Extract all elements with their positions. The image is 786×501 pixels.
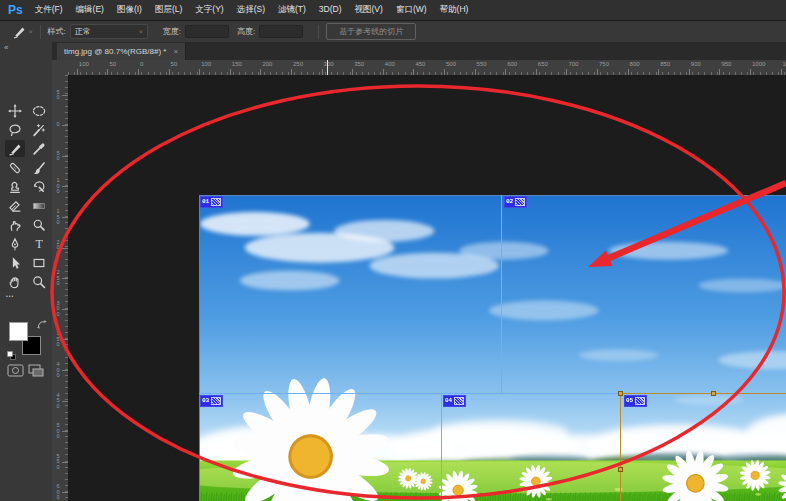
dodge-tool[interactable]: [29, 216, 49, 233]
photoshop-window: Ps 文件(F)编辑(E)图像(I)图层(L)文字(Y)选择(S)滤镜(T)3D…: [0, 0, 786, 501]
slice-tool-icon: [8, 142, 22, 156]
history-brush-tool-icon: [32, 180, 46, 194]
style-select-value: 正常: [75, 26, 91, 37]
slice-image-icon: [211, 198, 221, 206]
ruler-label: 5 5 0: [52, 454, 64, 471]
slice-number: 03: [202, 396, 209, 406]
document-tab-title: timg.jpg @ 80.7%(RGB/8#) *: [64, 47, 166, 56]
eyedropper-tool[interactable]: [29, 140, 49, 157]
ruler-label: 5 0: [52, 89, 64, 100]
pen-tool-icon: [8, 237, 22, 251]
slice-tool[interactable]: [5, 140, 25, 157]
height-field[interactable]: [259, 25, 303, 38]
tab-close-icon[interactable]: ×: [173, 47, 178, 56]
shape-tool[interactable]: [29, 254, 49, 271]
ruler-label: 750: [599, 61, 609, 67]
clone-stamp-tool[interactable]: [5, 178, 25, 195]
foreground-color-swatch[interactable]: [9, 322, 28, 341]
ruler-label: 1 5 0: [52, 209, 64, 226]
photoshop-logo[interactable]: Ps: [8, 3, 23, 17]
style-select[interactable]: 正常 ˅: [70, 24, 148, 39]
slice-number: 05: [626, 396, 633, 406]
ruler-label: 650: [538, 61, 548, 67]
menu-item[interactable]: 帮助(H): [440, 4, 469, 16]
vertical-ruler[interactable]: 1 0 05 005 01 0 01 5 02 0 02 5 03 0 03 5…: [52, 75, 69, 501]
ruler-cursor-indicator: [327, 60, 328, 75]
ruler-label: 5 0: [52, 150, 64, 161]
slice-image-icon: [454, 397, 464, 405]
brush-tool-icon: [32, 161, 46, 175]
history-brush-tool[interactable]: [29, 178, 49, 195]
menu-item[interactable]: 文件(F): [35, 4, 63, 16]
eyedropper-tool-icon: [32, 142, 46, 156]
ruler-label: 850: [660, 61, 670, 67]
pen-tool[interactable]: [5, 235, 25, 252]
move-tool-icon: [8, 104, 22, 118]
slices-from-guides-button[interactable]: 基于参考线的切片: [326, 23, 416, 40]
slice-resize-handle[interactable]: [618, 391, 623, 396]
tools-panel: « T •••: [0, 42, 53, 501]
ruler-label: 1050: [783, 61, 786, 67]
screen-mode-button[interactable]: [28, 364, 44, 377]
marquee-tool-icon: [32, 104, 46, 118]
ruler-label: 400: [385, 61, 395, 67]
width-label: 宽度:: [163, 26, 181, 37]
ruler-label: 600: [507, 61, 517, 67]
menu-item[interactable]: 3D(D): [319, 4, 342, 16]
slice-number: 01: [202, 197, 209, 207]
menu-item[interactable]: 文字(Y): [195, 4, 223, 16]
eraser-tool[interactable]: [5, 197, 25, 214]
quick-mask-mode-button[interactable]: [7, 364, 24, 377]
ruler-label: 100: [79, 61, 89, 67]
menu-item[interactable]: 图层(L): [155, 4, 182, 16]
slice-resize-handle[interactable]: [618, 467, 623, 472]
width-field[interactable]: [185, 25, 229, 38]
magic-wand-tool[interactable]: [29, 121, 49, 138]
marquee-tool[interactable]: [29, 102, 49, 119]
clone-stamp-tool-icon: [8, 180, 22, 194]
ruler-label: 100: [201, 61, 211, 67]
ruler-label: 2 5 0: [52, 270, 64, 287]
path-select-tool[interactable]: [5, 254, 25, 271]
type-tool[interactable]: T: [29, 235, 49, 252]
eraser-tool-icon: [8, 199, 22, 213]
ruler-label: 0: [52, 122, 64, 128]
smudge-tool[interactable]: [5, 216, 25, 233]
lasso-tool[interactable]: [5, 121, 25, 138]
swap-colors-icon[interactable]: [37, 320, 47, 329]
menu-item[interactable]: 图像(I): [117, 4, 142, 16]
menu-item[interactable]: 窗口(W): [396, 4, 427, 16]
tool-preset-dropdown-icon: ˅: [29, 29, 33, 35]
menu-item[interactable]: 滤镜(T): [278, 4, 306, 16]
ruler-label: 550: [477, 61, 487, 67]
ruler-label: 200: [262, 61, 272, 67]
move-tool[interactable]: [5, 102, 25, 119]
menu-item[interactable]: 编辑(E): [76, 4, 104, 16]
gradient-tool[interactable]: [29, 197, 49, 214]
ruler-label: 1000: [752, 61, 765, 67]
collapse-panel-icon[interactable]: «: [4, 43, 8, 52]
default-colors-icon[interactable]: [7, 351, 16, 360]
ruler-label: 250: [293, 61, 303, 67]
ruler-label: 0: [140, 61, 143, 67]
document-tab[interactable]: timg.jpg @ 80.7%(RGB/8#) * ×: [57, 43, 186, 60]
slice-image-icon: [515, 198, 525, 206]
type-tool-icon: T: [32, 237, 46, 251]
horizontal-ruler[interactable]: 1005005010015020025030035040045050055060…: [52, 60, 786, 76]
canvas-area[interactable]: 0102030405: [68, 75, 786, 501]
ruler-label: 900: [691, 61, 701, 67]
hand-tool[interactable]: [5, 273, 25, 290]
healing-brush-tool[interactable]: [5, 159, 25, 176]
path-select-tool-icon: [8, 256, 22, 270]
ruler-label: 350: [354, 61, 364, 67]
menu-item[interactable]: 视图(V): [355, 4, 383, 16]
edit-toolbar-icon[interactable]: •••: [6, 293, 14, 299]
selected-slice-05[interactable]: [620, 393, 786, 501]
slice-resize-handle[interactable]: [711, 391, 716, 396]
slice-boundary-line: [501, 195, 502, 393]
menu-item[interactable]: 选择(S): [237, 4, 265, 16]
brush-tool[interactable]: [29, 159, 49, 176]
dodge-tool-icon: [32, 218, 46, 232]
current-tool-preset[interactable]: ˅: [12, 25, 33, 39]
zoom-tool[interactable]: [29, 273, 49, 290]
